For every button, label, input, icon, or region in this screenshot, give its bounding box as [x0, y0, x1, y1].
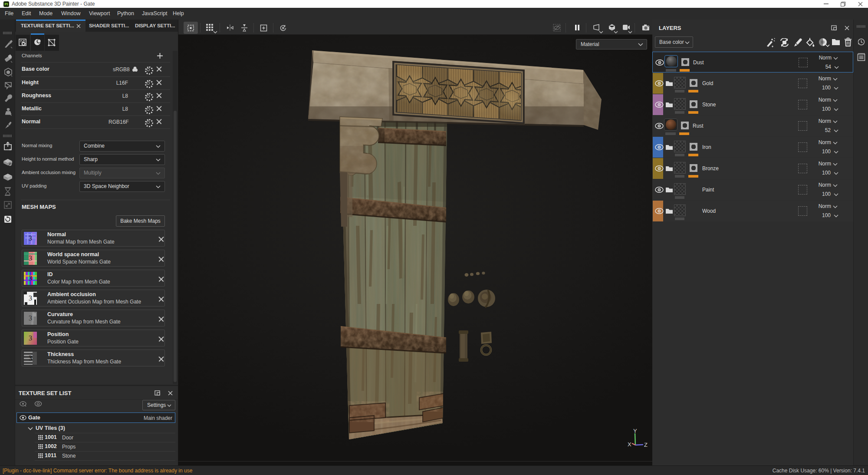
svg-text:X: X: [628, 441, 631, 448]
svg-text:Y: Y: [633, 428, 637, 434]
svg-text:Z: Z: [644, 442, 648, 448]
